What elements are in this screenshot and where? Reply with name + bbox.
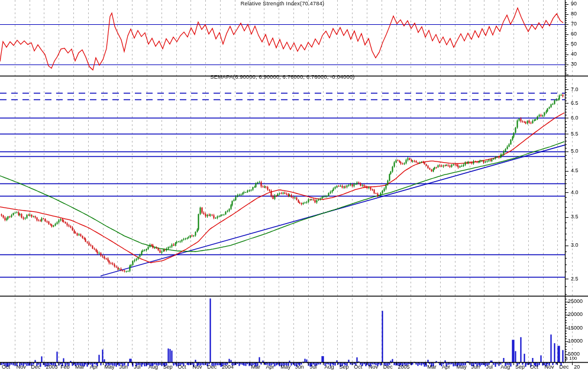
volume-multiplier-label: x 100 <box>566 356 577 361</box>
price-chart-canvas <box>0 0 588 371</box>
chart-window: Relative Strength Index(70.4784) SEMAPA(… <box>0 0 588 371</box>
rsi-panel-title: Relative Strength Index(70.4784) <box>0 1 565 7</box>
price-panel-title: SEMAPA(6.90000, 6.90000, 6.76000, 6.7600… <box>0 74 565 80</box>
